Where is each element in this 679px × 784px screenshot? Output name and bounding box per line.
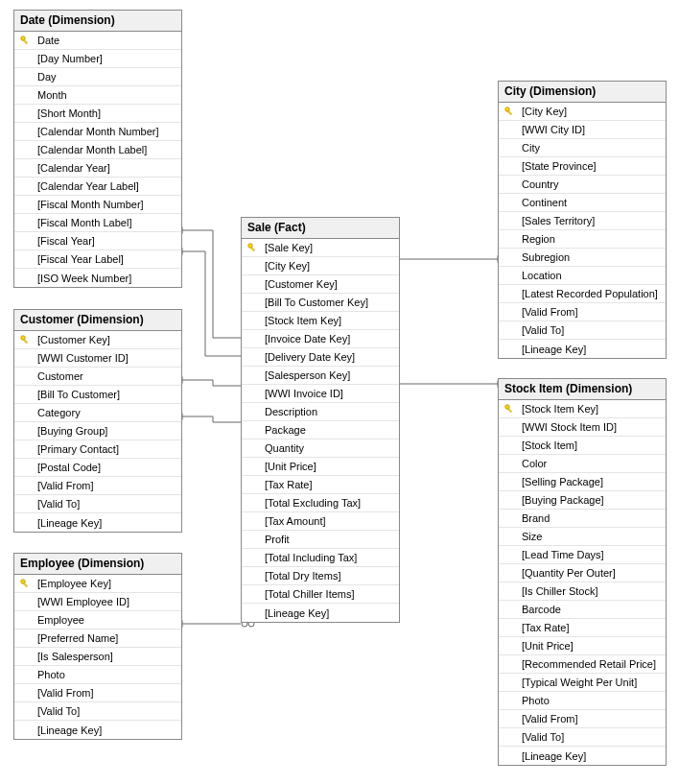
- column-row[interactable]: [Preferred Name]: [14, 630, 181, 648]
- column-row[interactable]: Brand: [499, 510, 666, 528]
- column-row[interactable]: Day: [14, 68, 181, 86]
- column-row[interactable]: [WWI Customer ID]: [14, 349, 181, 368]
- column-row[interactable]: [Selling Package]: [499, 473, 666, 491]
- table-sale[interactable]: Sale (Fact)[Sale Key][City Key][Customer…: [241, 217, 400, 623]
- column-row[interactable]: Photo: [499, 692, 666, 710]
- table-city[interactable]: City (Dimension)[City Key][WWI City ID]C…: [498, 81, 667, 359]
- table-stockitem[interactable]: Stock Item (Dimension)[Stock Item Key][W…: [498, 378, 667, 766]
- column-row[interactable]: Size: [499, 528, 666, 546]
- column-row[interactable]: [Total Chiller Items]: [242, 585, 399, 604]
- column-row[interactable]: [State Province]: [499, 157, 666, 176]
- column-row[interactable]: [Valid To]: [14, 495, 181, 513]
- column-row[interactable]: Description: [242, 403, 399, 421]
- column-row[interactable]: [Calendar Month Number]: [14, 123, 181, 141]
- table-employee[interactable]: Employee (Dimension)[Employee Key][WWI E…: [13, 553, 182, 740]
- column-row[interactable]: [Tax Amount]: [242, 512, 399, 531]
- column-row[interactable]: [Postal Code]: [14, 459, 181, 477]
- column-row[interactable]: [Unit Price]: [499, 637, 666, 655]
- column-row[interactable]: [Valid To]: [14, 702, 181, 721]
- column-row[interactable]: [WWI City ID]: [499, 121, 666, 139]
- column-row[interactable]: [Stock Item Key]: [242, 312, 399, 330]
- column-row[interactable]: [Calendar Year]: [14, 159, 181, 178]
- column-row[interactable]: [Salesperson Key]: [242, 367, 399, 385]
- column-row[interactable]: Date: [14, 32, 181, 50]
- column-row[interactable]: [Tax Rate]: [499, 619, 666, 637]
- column-row[interactable]: [City Key]: [242, 257, 399, 275]
- column-row[interactable]: [Latest Recorded Population]: [499, 285, 666, 303]
- column-row[interactable]: [Is Chiller Stock]: [499, 582, 666, 601]
- column-row[interactable]: [Bill To Customer]: [14, 386, 181, 404]
- column-row[interactable]: Customer: [14, 368, 181, 386]
- column-row[interactable]: [Employee Key]: [14, 575, 181, 593]
- column-row[interactable]: [Total Excluding Tax]: [242, 494, 399, 512]
- column-row[interactable]: [Customer Key]: [242, 275, 399, 294]
- column-row[interactable]: [Calendar Month Label]: [14, 141, 181, 159]
- column-row[interactable]: [Buying Group]: [14, 422, 181, 440]
- column-row[interactable]: [Valid From]: [14, 684, 181, 702]
- column-row[interactable]: [Fiscal Year Label]: [14, 250, 181, 269]
- column-row[interactable]: Category: [14, 404, 181, 422]
- column-row[interactable]: Continent: [499, 194, 666, 212]
- column-row[interactable]: [Fiscal Month Label]: [14, 214, 181, 232]
- column-row[interactable]: [Invoice Date Key]: [242, 330, 399, 348]
- column-row[interactable]: Region: [499, 230, 666, 249]
- column-row[interactable]: Subregion: [499, 249, 666, 267]
- column-row[interactable]: [Fiscal Month Number]: [14, 196, 181, 214]
- table-title[interactable]: Date (Dimension): [14, 11, 181, 32]
- column-row[interactable]: [Sale Key]: [242, 239, 399, 257]
- column-row[interactable]: [Quantity Per Outer]: [499, 564, 666, 582]
- column-row[interactable]: Country: [499, 176, 666, 194]
- column-row[interactable]: [City Key]: [499, 103, 666, 121]
- column-row[interactable]: City: [499, 139, 666, 157]
- column-row[interactable]: [Typical Weight Per Unit]: [499, 674, 666, 692]
- column-row[interactable]: Month: [14, 86, 181, 105]
- column-row[interactable]: Location: [499, 267, 666, 285]
- column-row[interactable]: [Lead Time Days]: [499, 546, 666, 564]
- column-row[interactable]: [WWI Invoice ID]: [242, 385, 399, 403]
- column-row[interactable]: [Unit Price]: [242, 458, 399, 476]
- column-row[interactable]: [Tax Rate]: [242, 476, 399, 494]
- column-row[interactable]: [Lineage Key]: [499, 340, 666, 358]
- table-title[interactable]: Stock Item (Dimension): [499, 379, 666, 400]
- table-date[interactable]: Date (Dimension)Date[Day Number]DayMonth…: [13, 10, 182, 288]
- column-row[interactable]: Profit: [242, 531, 399, 549]
- column-row[interactable]: [Lineage Key]: [499, 747, 666, 765]
- column-row[interactable]: Employee: [14, 611, 181, 630]
- column-row[interactable]: Barcode: [499, 601, 666, 619]
- column-row[interactable]: [Lineage Key]: [14, 513, 181, 532]
- column-row[interactable]: [Is Salesperson]: [14, 648, 181, 666]
- column-row[interactable]: [Valid From]: [499, 710, 666, 728]
- column-row[interactable]: Quantity: [242, 440, 399, 458]
- column-row[interactable]: [Calendar Year Label]: [14, 178, 181, 196]
- column-row[interactable]: [Customer Key]: [14, 331, 181, 349]
- column-row[interactable]: [Total Dry Items]: [242, 567, 399, 585]
- column-row[interactable]: [Short Month]: [14, 105, 181, 123]
- column-row[interactable]: [Valid From]: [14, 477, 181, 495]
- table-title[interactable]: City (Dimension): [499, 82, 666, 103]
- column-row[interactable]: [Stock Item Key]: [499, 400, 666, 418]
- column-row[interactable]: Photo: [14, 666, 181, 684]
- column-row[interactable]: [Sales Territory]: [499, 212, 666, 230]
- column-row[interactable]: [Fiscal Year]: [14, 232, 181, 250]
- column-row[interactable]: [Day Number]: [14, 50, 181, 68]
- table-title[interactable]: Customer (Dimension): [14, 310, 181, 331]
- column-row[interactable]: Package: [242, 421, 399, 440]
- column-row[interactable]: [Valid To]: [499, 321, 666, 340]
- column-row[interactable]: [ISO Week Number]: [14, 269, 181, 287]
- table-title[interactable]: Sale (Fact): [242, 218, 399, 239]
- column-row[interactable]: [Buying Package]: [499, 491, 666, 510]
- table-title[interactable]: Employee (Dimension): [14, 554, 181, 575]
- column-row[interactable]: [WWI Stock Item ID]: [499, 418, 666, 437]
- column-row[interactable]: [Bill To Customer Key]: [242, 294, 399, 312]
- column-row[interactable]: Color: [499, 455, 666, 473]
- column-row[interactable]: [Lineage Key]: [242, 604, 399, 622]
- column-row[interactable]: [Stock Item]: [499, 437, 666, 455]
- column-row[interactable]: [Lineage Key]: [14, 721, 181, 739]
- column-row[interactable]: [Recommended Retail Price]: [499, 655, 666, 674]
- column-row[interactable]: [Valid To]: [499, 728, 666, 747]
- column-row[interactable]: [Delivery Date Key]: [242, 348, 399, 367]
- column-row[interactable]: [Primary Contact]: [14, 440, 181, 459]
- table-customer[interactable]: Customer (Dimension)[Customer Key][WWI C…: [13, 309, 182, 533]
- column-row[interactable]: [WWI Employee ID]: [14, 593, 181, 611]
- column-row[interactable]: [Valid From]: [499, 303, 666, 321]
